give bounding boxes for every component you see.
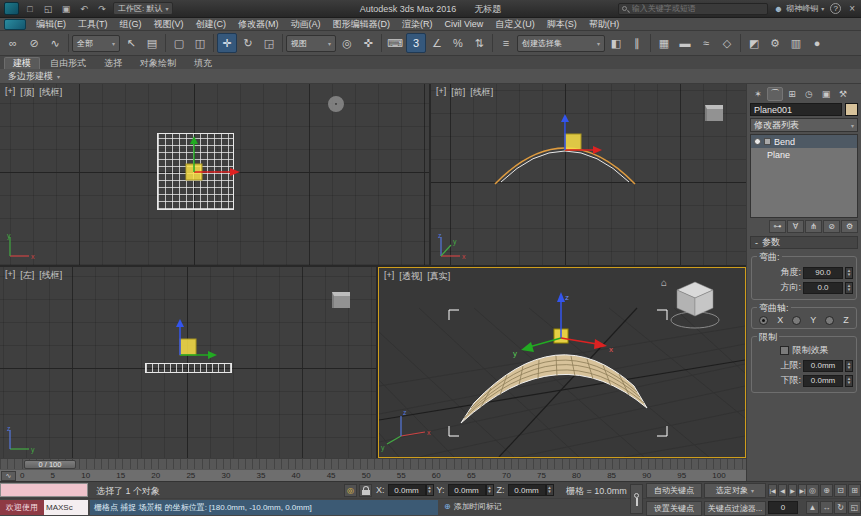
menu-help[interactable]: 帮助(H) <box>583 18 626 31</box>
modify-tab[interactable]: ⌒ <box>767 87 783 101</box>
use-pivot-center-button[interactable]: ◎ <box>337 33 357 53</box>
axis-z-radio[interactable] <box>825 316 834 325</box>
axis-y-radio[interactable] <box>792 316 801 325</box>
percent-snap-button[interactable]: % <box>448 33 468 53</box>
direction-field[interactable]: 0.0 <box>803 282 843 294</box>
make-unique-button[interactable]: ⋔ <box>805 220 822 233</box>
isolate-selection-button[interactable]: ◎ <box>344 484 357 497</box>
menu-views[interactable]: 视图(V) <box>148 18 190 31</box>
open-file-button[interactable]: ◱ <box>41 2 55 15</box>
snap-toggle-button[interactable]: 3 <box>406 33 426 53</box>
ribbon-tab-selection[interactable]: 选择 <box>96 57 130 69</box>
y-coordinate-field[interactable]: 0.0mm <box>448 484 486 496</box>
utilities-tab[interactable]: ⚒ <box>835 87 851 101</box>
mirror-button[interactable]: ◧ <box>606 33 626 53</box>
selection-lock-button[interactable] <box>359 484 372 497</box>
align-button[interactable]: ∥ <box>627 33 647 53</box>
viewport-menu-shading[interactable]: [真实] <box>427 270 450 283</box>
pin-stack-button[interactable]: ⊶ <box>769 220 786 233</box>
viewport-menu-general[interactable]: [+] <box>384 270 394 283</box>
display-tab[interactable]: ▣ <box>818 87 834 101</box>
layer-explorer-button[interactable]: ▦ <box>654 33 674 53</box>
menu-rendering[interactable]: 渲染(R) <box>396 18 439 31</box>
upper-limit-field[interactable]: 0.0mm <box>803 360 843 372</box>
bind-to-space-warp-button[interactable]: ∿ <box>45 33 65 53</box>
viewcube[interactable]: ⌂ <box>661 277 719 328</box>
search-input[interactable] <box>630 3 760 14</box>
upper-limit-spinner[interactable]: ▲▼ <box>845 360 853 372</box>
window-crossing-button[interactable]: ◫ <box>190 33 210 53</box>
save-file-button[interactable]: ▣ <box>59 2 73 15</box>
undo-button[interactable]: ↶ <box>77 2 91 15</box>
select-by-name-button[interactable]: ▤ <box>142 33 162 53</box>
menu-graph-editors[interactable]: 图形编辑器(D) <box>327 18 397 31</box>
menu-group[interactable]: 组(G) <box>114 18 148 31</box>
workspace-dropdown[interactable]: 工作区: 默认 ▾ <box>113 2 173 15</box>
viewcube[interactable] <box>705 105 723 121</box>
move-gizmo[interactable] <box>547 110 603 158</box>
object-name-field[interactable]: Plane001 <box>750 103 842 116</box>
angle-field[interactable]: 90.0 <box>803 267 843 279</box>
viewport-menu-pov[interactable]: [前] <box>451 86 465 99</box>
keyboard-override-button[interactable]: ⌨ <box>385 33 405 53</box>
bent-plane-object[interactable] <box>461 355 647 423</box>
set-key-button[interactable]: 设置关键点 <box>646 501 702 516</box>
selection-region-button[interactable]: ▢ <box>169 33 189 53</box>
schematic-view-button[interactable]: ◇ <box>717 33 737 53</box>
viewport-top[interactable]: [+] [顶] [线框] x <box>0 84 429 265</box>
menu-scripting[interactable]: 脚本(S) <box>541 18 583 31</box>
limit-effect-checkbox[interactable] <box>780 346 789 355</box>
y-spinner[interactable]: ▲▼ <box>486 484 494 496</box>
material-editor-button[interactable]: ◩ <box>744 33 764 53</box>
ribbon-toggle-button[interactable]: ▬ <box>675 33 695 53</box>
viewport-menu-shading[interactable]: [线框] <box>39 86 62 99</box>
x-spinner[interactable]: ▲▼ <box>426 484 434 496</box>
viewport-menu-pov[interactable]: [左] <box>20 269 34 282</box>
lower-limit-field[interactable]: 0.0mm <box>803 375 843 387</box>
go-to-start-button[interactable]: |◀ <box>768 484 777 497</box>
maximize-viewport-button[interactable]: ◱ <box>848 501 861 514</box>
spinner-snap-button[interactable]: ⇅ <box>469 33 489 53</box>
track-bar[interactable]: ∿ 0 5 10 15 20 25 30 35 40 45 50 55 60 6… <box>0 469 746 481</box>
app-logo-icon[interactable] <box>4 2 19 15</box>
viewport-menu-general[interactable]: [+] <box>5 86 15 99</box>
menu-animation[interactable]: 动画(A) <box>285 18 327 31</box>
zoom-button[interactable]: ◎ <box>806 484 819 497</box>
modifier-enable-icon[interactable] <box>754 138 761 145</box>
new-scene-button[interactable]: □ <box>23 2 37 15</box>
polygon-modeling-panel[interactable]: 多边形建模 <box>8 70 53 83</box>
orbit-button[interactable]: ↻ <box>834 501 847 514</box>
rendered-frame-button[interactable]: ▥ <box>786 33 806 53</box>
x-coordinate-field[interactable]: 0.0mm <box>388 484 426 496</box>
menu-customize[interactable]: 自定义(U) <box>489 18 541 31</box>
user-account-button[interactable]: ☻ 砌神峰铜 ▾ <box>774 3 825 14</box>
move-gizmo[interactable] <box>174 134 244 182</box>
help-button[interactable]: ? <box>830 3 841 14</box>
viewport-menu-general[interactable]: [+] <box>5 269 15 282</box>
ribbon-tab-modeling[interactable]: 建模 <box>4 57 40 69</box>
object-color-swatch[interactable] <box>845 103 858 116</box>
viewport-menu-pov[interactable]: [顶] <box>20 86 34 99</box>
select-and-scale-button[interactable]: ◲ <box>259 33 279 53</box>
menu-tools[interactable]: 工具(T) <box>72 18 114 31</box>
viewcube[interactable] <box>332 292 350 308</box>
field-of-view-button[interactable]: ▲ <box>806 501 819 514</box>
lower-limit-spinner[interactable]: ▲▼ <box>845 375 853 387</box>
modifier-stack-item-bend[interactable]: Bend <box>751 135 857 148</box>
z-coordinate-field[interactable]: 0.0mm <box>508 484 546 496</box>
unlink-selection-button[interactable]: ⊘ <box>24 33 44 53</box>
direction-spinner[interactable]: ▲▼ <box>845 282 853 294</box>
named-selection-sets-dropdown[interactable]: 创建选择集 ▾ <box>517 35 605 52</box>
max-application-menu-button[interactable] <box>4 19 26 30</box>
render-setup-button[interactable]: ⚙ <box>765 33 785 53</box>
viewport-menu-pov[interactable]: [透视] <box>399 270 422 283</box>
modifier-stack-item-plane[interactable]: Plane <box>751 148 857 161</box>
angle-snap-button[interactable]: ∠ <box>427 33 447 53</box>
move-gizmo[interactable] <box>162 315 218 363</box>
select-and-manipulate-button[interactable]: ✜ <box>358 33 378 53</box>
zoom-extents-all-button[interactable]: ⊞ <box>848 484 861 497</box>
key-filters-button[interactable]: 关键点过滤器... <box>704 501 766 516</box>
pan-button[interactable]: ↔ <box>820 501 833 514</box>
render-button[interactable]: ● <box>807 33 827 53</box>
select-and-link-button[interactable]: ∞ <box>3 33 23 53</box>
